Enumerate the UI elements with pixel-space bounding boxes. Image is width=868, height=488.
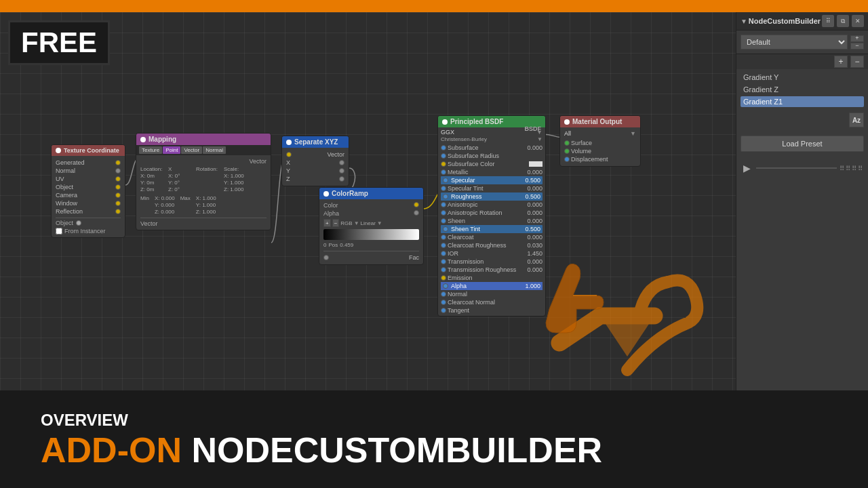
tex-coord-footer: Object <box>56 218 121 226</box>
mapping-tab-point[interactable]: Point <box>163 146 180 154</box>
mapping-tabs: Texture Point Vector Normal <box>136 145 271 155</box>
mapping-title: Mapping <box>149 136 176 143</box>
play-bar <box>756 167 837 169</box>
p-row-transmission: Transmission 0.000 <box>441 258 542 266</box>
socket-z-out <box>339 176 344 182</box>
p-row-metallic: Metallic 0.000 <box>441 168 542 176</box>
colorramp-node[interactable]: ColorRamp Color Alpha + − RGB ▼ Linear ▼ <box>319 187 424 265</box>
gradient-add-btn[interactable]: + <box>834 56 848 68</box>
mapping-grid: Location:XRotation:Scale: X: 0mX: 0°X: 1… <box>140 166 267 192</box>
mat-output-surface: Surface <box>564 139 636 147</box>
colorramp-gradient-bar[interactable] <box>323 229 419 240</box>
socket-y-out <box>339 168 344 174</box>
p-row-alpha: Alpha 1.000 <box>441 282 542 290</box>
tex-coord-dot <box>56 148 61 153</box>
material-output-node[interactable]: Material Output All ▼ Surface Volume Dis <box>559 115 641 167</box>
preset-dropdown[interactable]: Default <box>741 35 848 49</box>
addon-label: ADD-ON NODECUSTOMBUILDER <box>41 432 602 468</box>
p-row-transmission-roughness: Transmission Roughness 0.000 <box>441 266 542 274</box>
gradient-remove-btn[interactable]: − <box>850 56 864 68</box>
az-button-row: Az <box>736 110 868 130</box>
p-row-specular-tint: Specular Tint 0.000 <box>441 184 542 192</box>
sep-xyz-dot <box>286 140 292 145</box>
mapping-tab-normal[interactable]: Normal <box>203 146 226 154</box>
mapping-tab-texture[interactable]: Texture <box>139 146 162 154</box>
panel-collapse-icon[interactable]: ▼ <box>741 18 747 25</box>
gradient-item-y[interactable]: Gradient Y <box>741 72 864 83</box>
colorramp-title: ColorRamp <box>332 190 368 197</box>
tex-coord-row-normal: Normal <box>56 167 121 175</box>
addon-label-white: NODECUSTOMBUILDER <box>182 430 602 470</box>
mapping-vector-in-label: Vector <box>140 158 267 166</box>
sep-xyz-z-out: Z <box>286 175 344 183</box>
principled-body: GGX ▼ Christensen-Burley ▼ Subsurface 0.… <box>438 127 545 316</box>
p-row-emission: Emission <box>441 274 542 282</box>
p-row-ior: IOR 1.450 <box>441 249 542 258</box>
principled-header: Principled BSDF BSDF <box>438 116 545 127</box>
dropdown-row: Default + − <box>736 30 868 54</box>
socket-uv <box>115 176 121 182</box>
panel-copy-btn[interactable]: ⧉ <box>837 15 849 27</box>
socket-camera <box>115 192 121 198</box>
add-remove-buttons: + − <box>850 35 864 49</box>
p-row-tangent: Tangent <box>441 306 542 314</box>
p-row-sheen: Sheen 0.000 <box>441 217 542 225</box>
socket-x-out <box>339 160 344 165</box>
mat-output-volume: Volume <box>564 147 636 155</box>
colorramp-body: Color Alpha + − RGB ▼ Linear ▼ 0 Pos <box>319 199 423 264</box>
play-btn[interactable]: ▶ <box>741 163 753 174</box>
cr-add-btn[interactable]: + <box>323 219 331 227</box>
mapping-tab-vector[interactable]: Vector <box>181 146 202 154</box>
mat-output-header: Material Output <box>560 116 640 127</box>
p-row-subsurface-radius: Subsurface Radius <box>441 152 542 160</box>
sep-xyz-vector-in: Vector <box>286 150 344 159</box>
colorramp-pos-row: 0 Pos 0.459 <box>323 242 419 248</box>
sep-xyz-y-out: Y <box>286 167 344 175</box>
tex-coord-row-object: Object <box>56 183 121 191</box>
texture-coordinate-node[interactable]: Texture Coordinate Generated Normal UV O… <box>51 144 125 238</box>
colorramp-dot <box>323 191 329 197</box>
mapping-dot <box>140 137 146 142</box>
mat-output-displacement: Displacement <box>564 155 636 163</box>
panel-delete-btn[interactable]: ✕ <box>852 15 864 27</box>
principled-bsdf-node[interactable]: Principled BSDF BSDF GGX ▼ Christensen-B… <box>437 115 546 317</box>
socket-window <box>115 201 121 206</box>
bottom-bar: OVERVIEW ADD-ON NODECUSTOMBUILDER <box>0 390 868 488</box>
socket-generated <box>115 160 121 165</box>
mapping-header: Mapping <box>136 134 271 145</box>
free-badge: FREE <box>8 20 110 65</box>
load-preset-button[interactable]: Load Preset <box>741 136 864 152</box>
colorramp-alpha-out: Alpha <box>323 210 419 217</box>
socket-normal <box>115 168 121 174</box>
tex-coord-row-window: Window <box>56 199 121 207</box>
separate-xyz-node[interactable]: Separate XYZ Vector X Y Z <box>281 136 349 186</box>
p-row-clearcoat: Clearcoat 0.000 <box>441 233 542 241</box>
p-row-anisotropic-rot: Anisotropic Rotation 0.000 <box>441 209 542 217</box>
main-area: FREE Texture Coordinate Generated <box>0 12 868 390</box>
p-row-subsurface-color: Subsurface Color <box>441 160 542 168</box>
gradient-item-z[interactable]: Gradient Z <box>741 84 864 95</box>
panel-icon-dots[interactable]: ⠿ <box>822 15 834 27</box>
add-preset-btn[interactable]: + <box>850 35 864 42</box>
gradient-add-remove-row: + − <box>736 54 868 69</box>
sep-xyz-header: Separate XYZ <box>282 136 349 148</box>
tex-coord-title: Texture Coordinate <box>64 147 119 154</box>
dots-indicator: ⠿⠿⠿⠿ <box>840 165 864 172</box>
mapping-node[interactable]: Mapping Texture Point Vector Normal Vect… <box>136 133 271 230</box>
p-row-roughness: Roughness 0.500 <box>441 192 542 201</box>
from-instancer-checkbox[interactable] <box>56 228 62 235</box>
node-canvas[interactable]: FREE Texture Coordinate Generated <box>0 12 736 390</box>
tex-coord-body: Generated Normal UV Object Camera Window <box>52 156 125 237</box>
principled-subsurface-method: Christensen-Burley ▼ <box>441 136 542 142</box>
az-sort-btn[interactable]: Az <box>849 113 864 127</box>
from-instancer-row[interactable]: From Instancer <box>56 226 121 235</box>
p-row-sheen-tint: Sheen Tint 0.500 <box>441 225 542 233</box>
gradient-item-z1[interactable]: Gradient Z1 <box>741 96 864 107</box>
remove-preset-btn[interactable]: − <box>850 43 864 49</box>
sep-xyz-body: Vector X Y Z <box>282 148 349 186</box>
mat-output-mode-row: All ▼ <box>564 130 636 137</box>
cr-remove-btn[interactable]: − <box>332 219 340 227</box>
mat-output-title: Material Output <box>572 118 622 125</box>
tex-coord-row-reflection: Reflection <box>56 207 121 216</box>
colorramp-controls: + − RGB ▼ Linear ▼ <box>323 219 419 227</box>
